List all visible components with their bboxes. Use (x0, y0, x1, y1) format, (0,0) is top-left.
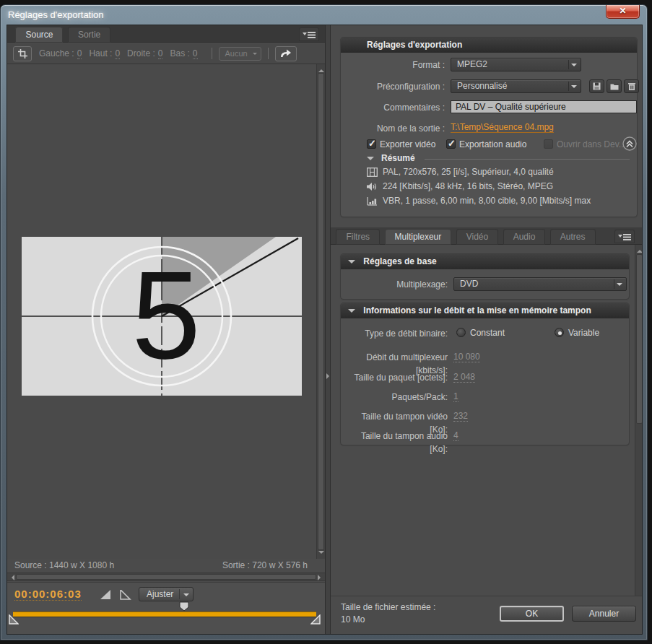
dimensions-info-row: Source : 1440 w X 1080 h Sortie : 720 w … (7, 559, 325, 573)
tab-sortie[interactable]: Sortie (68, 27, 110, 43)
tab-source[interactable]: Source (15, 27, 63, 43)
folder-icon (610, 83, 619, 90)
title-bar[interactable]: Réglages d'exportation ✕ (1, 5, 647, 25)
crop-left-value[interactable]: 0 (77, 48, 82, 59)
bitrate-info-header[interactable]: Informations sur le débit et la mise en … (341, 303, 629, 318)
import-preset-button[interactable] (607, 79, 622, 93)
tab-filtres[interactable]: Filtres (336, 229, 380, 245)
delete-preset-button[interactable] (624, 79, 639, 93)
multiplexing-dropdown[interactable]: DVD (453, 277, 627, 291)
scroll-up-icon[interactable] (637, 247, 643, 253)
collapse-panel-button[interactable] (622, 136, 637, 151)
audio-buffer-value[interactable]: 4 (453, 430, 458, 441)
tab-multiplexeur[interactable]: Multiplexeur (385, 229, 452, 245)
output-name-link[interactable]: T:\Temp\Séquence 04.mpg (451, 122, 554, 133)
preview-horizontal-scrollbar[interactable] (7, 573, 325, 581)
set-in-point-icon[interactable] (100, 590, 111, 600)
timeline-track[interactable] (13, 612, 316, 617)
dropdown-divider (179, 589, 180, 599)
comments-input[interactable]: PAL DV – Qualité supérieure (451, 100, 637, 113)
ok-button[interactable]: OK (500, 606, 564, 622)
preview-vertical-scrollbar[interactable] (316, 64, 325, 559)
open-in-device-checkbox (544, 139, 553, 149)
tab-audio[interactable]: Audio (503, 229, 546, 245)
scrollbar-thumb[interactable] (318, 73, 324, 550)
zoom-level-dropdown[interactable]: Ajuster (139, 587, 194, 601)
crop-ratio-dropdown[interactable]: Aucun (219, 47, 261, 61)
disclosure-triangle-icon[interactable] (367, 157, 374, 164)
constant-radio[interactable] (456, 328, 466, 337)
toolbar-separator (268, 48, 269, 59)
crop-right-value[interactable]: 0 (158, 48, 163, 59)
toolbar-separator (212, 48, 212, 59)
estimated-size-value: 10 Mo (341, 614, 365, 625)
estimated-size-label: Taille de fichier estimée : (341, 602, 435, 612)
video-summary-text: PAL, 720x576, 25 [i/s], Supérieur, 4,0 q… (383, 167, 554, 178)
close-button[interactable]: ✕ (606, 5, 640, 19)
curved-arrow-icon (279, 49, 292, 58)
export-video-checkbox[interactable] (367, 139, 376, 149)
pane-splitter[interactable] (325, 25, 331, 634)
crop-button[interactable] (13, 46, 32, 61)
tab-video[interactable]: Vidéo (456, 229, 498, 245)
export-audio-checkbox[interactable] (446, 139, 456, 149)
dialog-footer: Taille de fichier estimée : 10 Mo OK Ann… (331, 596, 643, 634)
scroll-left-icon[interactable] (9, 575, 14, 580)
video-summary-icon (367, 167, 378, 177)
crop-left-label: Gauche : (39, 48, 74, 58)
disclosure-triangle-icon (348, 260, 355, 267)
work-area-start-marker[interactable] (9, 614, 19, 625)
crop-icon (18, 49, 27, 58)
countdown-digit: 5 (131, 245, 201, 384)
crop-top-value[interactable]: 0 (115, 48, 120, 59)
transport-bar: 00:00:06:03 Ajuster (7, 582, 325, 634)
chevron-down-icon (614, 279, 624, 289)
format-dropdown[interactable]: MPEG2 (451, 58, 581, 71)
panel-menu-button[interactable] (299, 27, 319, 41)
summary-title: Résumé (381, 153, 415, 163)
work-area-end-marker[interactable] (310, 614, 321, 625)
basic-settings-header[interactable]: Réglages de base (341, 254, 629, 269)
send-to-queue-button[interactable] (275, 46, 297, 61)
bitrate-type-label: Type de débit binaire: (348, 327, 448, 340)
save-icon (593, 82, 601, 90)
variable-radio[interactable] (555, 328, 564, 337)
crop-ratio-value: Aucun (225, 49, 248, 58)
current-timecode[interactable]: 00:00:06:03 (14, 588, 82, 601)
comments-label: Commentaires : (348, 101, 445, 114)
packets-per-pack-value[interactable]: 1 (453, 391, 458, 402)
video-buffer-value[interactable]: 232 (453, 411, 468, 422)
scroll-down-icon[interactable] (318, 551, 324, 557)
export-settings-pane: Réglages d'exportation Format : MPEG2 Pr… (331, 25, 643, 634)
cancel-button[interactable]: Annuler (572, 606, 636, 622)
crop-bottom-label: Bas : (170, 48, 189, 58)
crop-bottom-value[interactable]: 0 (193, 48, 198, 59)
options-vertical-scrollbar[interactable] (635, 245, 643, 596)
audio-summary-text: 224 [Kbits/s], 48 kHz, 16 bits, Stéréo, … (383, 181, 553, 192)
scrollbar-thumb[interactable] (16, 574, 316, 580)
scroll-up-icon[interactable] (318, 66, 324, 72)
scrollbar-thumb[interactable] (636, 254, 643, 424)
multiplexing-value: DVD (460, 279, 478, 289)
open-in-device-label: Ouvrir dans Dev... (557, 139, 626, 150)
constant-label: Constant (470, 328, 505, 339)
bitrate-summary-icon (367, 196, 378, 206)
group-title: Informations sur le débit et la mise en … (363, 305, 591, 316)
export-dialog-window: Réglages d'exportation ✕ Source Sortie (0, 4, 648, 640)
bitrate-info-group: Informations sur le débit et la mise en … (341, 303, 629, 445)
playhead-handle[interactable] (179, 601, 189, 612)
panel-menu-button[interactable] (614, 230, 635, 243)
save-preset-button[interactable] (589, 79, 604, 93)
preset-label: Préconfiguration : (348, 80, 445, 93)
scroll-right-icon[interactable] (318, 575, 323, 580)
mux-rate-value[interactable]: 10 080 (453, 352, 480, 362)
preset-value: Personnalisé (457, 81, 507, 91)
preset-dropdown[interactable]: Personnalisé (451, 79, 581, 93)
source-tabstrip: Source Sortie (7, 25, 325, 43)
dialog-client-area: Source Sortie (6, 25, 643, 635)
packet-size-value[interactable]: 2 048 (453, 372, 475, 383)
countdown-preview-image: 5 (22, 237, 302, 396)
set-out-point-icon[interactable] (120, 590, 131, 600)
chevron-down-icon (568, 82, 578, 91)
tab-autres[interactable]: Autres (550, 229, 596, 245)
